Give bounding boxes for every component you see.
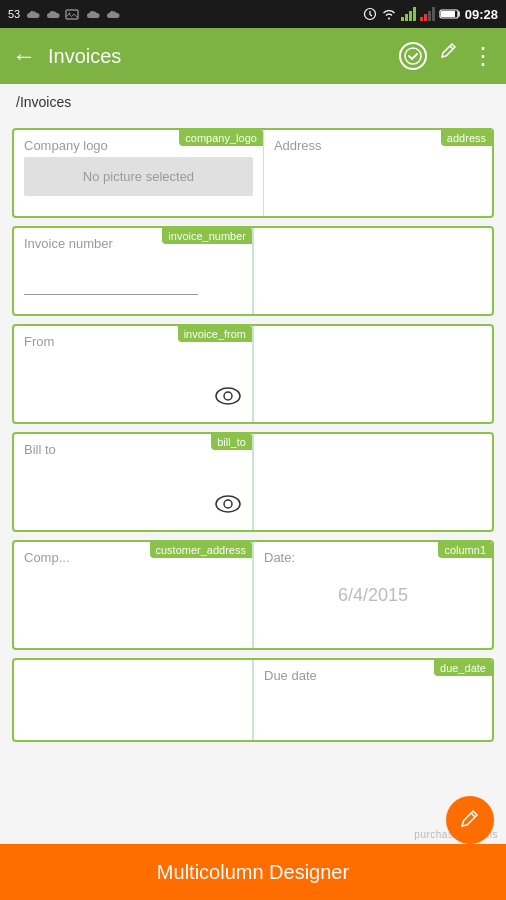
tag-customer-address: customer_address — [150, 542, 253, 558]
tag-address: address — [441, 130, 492, 146]
tag-from: invoice_from — [178, 326, 252, 342]
signal-bars-2 — [420, 7, 435, 21]
alarm-icon — [363, 7, 377, 21]
app-bar: ← Invoices ⋮ — [0, 28, 506, 84]
field-company-logo[interactable]: company_logo Company logo No picture sel… — [14, 130, 264, 216]
bottom-bar[interactable]: Multicolumn Designer — [0, 844, 506, 900]
label-bill-to: Bill to — [24, 442, 242, 457]
field-from-right — [253, 326, 492, 422]
tag-due-date: due_date — [434, 660, 492, 676]
cloud-icon-1 — [24, 8, 40, 20]
status-right-icons: 09:28 — [363, 7, 498, 22]
svg-point-5 — [405, 48, 421, 64]
tag-bill-to: bill_to — [211, 434, 252, 450]
status-time: 09:28 — [465, 7, 498, 22]
row-company-address: company_logo Company logo No picture sel… — [12, 128, 494, 218]
field-address[interactable]: address Address — [264, 130, 492, 216]
check-icon — [404, 47, 422, 65]
field-from[interactable]: invoice_from From — [14, 326, 253, 422]
fab-button[interactable] — [446, 796, 494, 844]
app-bar-title: Invoices — [48, 45, 387, 68]
date-value: 6/4/2015 — [264, 585, 482, 606]
bottom-bar-label: Multicolumn Designer — [157, 861, 349, 884]
row-due-date: due_date Due date — [12, 658, 494, 742]
field-invoice-number-right — [253, 228, 492, 314]
field-bill-to[interactable]: bill_to Bill to — [14, 434, 253, 530]
edit-button[interactable] — [439, 43, 459, 69]
edit-icon — [439, 43, 459, 63]
cloud-icon-2 — [44, 8, 60, 20]
row-bill-to: bill_to Bill to — [12, 432, 494, 532]
field-bill-to-right — [253, 434, 492, 530]
svg-point-7 — [224, 392, 232, 400]
field-due-date-left — [14, 660, 253, 740]
svg-point-6 — [216, 388, 240, 404]
field-date[interactable]: column1 Date: 6/4/2015 — [253, 542, 492, 648]
eye-icon-bill-to[interactable] — [214, 494, 242, 520]
field-customer-address[interactable]: customer_address Comp... — [14, 542, 253, 648]
svg-rect-4 — [441, 11, 455, 17]
battery-icon — [439, 8, 461, 20]
more-button[interactable]: ⋮ — [471, 42, 494, 70]
eye-svg-bill-to — [214, 494, 242, 514]
tag-company-logo: company_logo — [179, 130, 263, 146]
status-left-icons: 53 — [8, 8, 120, 20]
eye-icon-from[interactable] — [214, 386, 242, 412]
field-invoice-number[interactable]: invoice_number Invoice number — [14, 228, 253, 314]
row-customer-date: customer_address Comp... column1 Date: 6… — [12, 540, 494, 650]
cloud-icon-3 — [84, 8, 100, 20]
wifi-icon — [381, 8, 397, 20]
back-button[interactable]: ← — [12, 42, 36, 70]
signal-bars-1 — [401, 7, 416, 21]
eye-svg-from — [214, 386, 242, 406]
svg-point-8 — [216, 496, 240, 512]
fab-icon — [459, 809, 481, 831]
invoice-number-input[interactable] — [24, 271, 198, 295]
status-bar: 53 09:28 — [0, 0, 506, 28]
svg-point-9 — [224, 500, 232, 508]
main-content: company_logo Company logo No picture sel… — [0, 120, 506, 844]
row-from: invoice_from From — [12, 324, 494, 424]
status-number: 53 — [8, 8, 20, 20]
field-due-date[interactable]: due_date Due date — [253, 660, 492, 740]
row-invoice-number: invoice_number Invoice number — [12, 226, 494, 316]
check-button[interactable] — [399, 42, 427, 70]
no-picture-text: No picture selected — [24, 157, 253, 196]
cloud-icon-4 — [104, 8, 120, 20]
breadcrumb: /Invoices — [0, 84, 506, 120]
image-icon — [64, 8, 80, 20]
tag-invoice-number: invoice_number — [162, 228, 252, 244]
tag-date: column1 — [438, 542, 492, 558]
